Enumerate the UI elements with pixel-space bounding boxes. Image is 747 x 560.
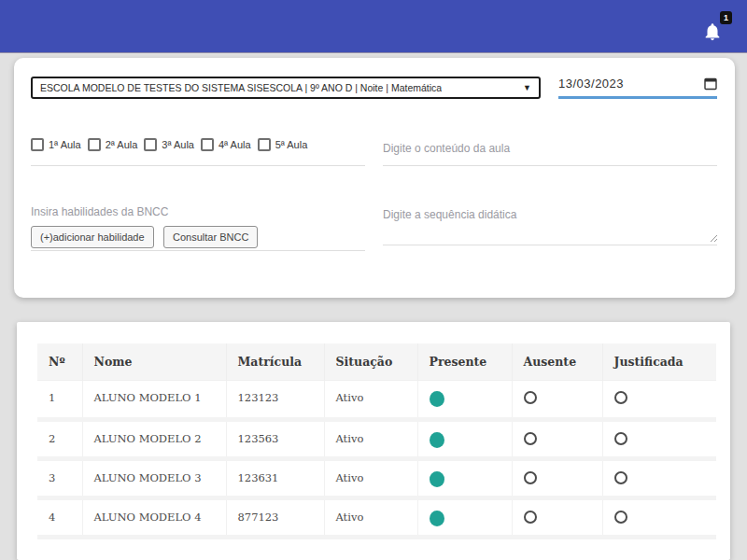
table-row: 2 ALUNO MODELO 2 123563 Ativo bbox=[37, 420, 716, 459]
justificada-radio[interactable] bbox=[614, 391, 627, 404]
notifications-button[interactable]: 1 bbox=[702, 15, 730, 45]
checkbox-aula-2[interactable]: 2ª Aula bbox=[88, 138, 138, 151]
sequence-placeholder: Digite a sequência didática bbox=[383, 208, 516, 221]
cell-situacao: Ativo bbox=[324, 498, 417, 538]
cell-num: 4 bbox=[37, 498, 82, 538]
cell-situacao: Ativo bbox=[324, 459, 417, 498]
table-row: 4 ALUNO MODELO 4 877123 Ativo bbox=[37, 498, 716, 538]
ausente-radio[interactable] bbox=[524, 511, 537, 524]
calendar-icon[interactable] bbox=[704, 77, 717, 91]
cell-matricula: 123631 bbox=[226, 459, 324, 498]
cell-matricula: 123123 bbox=[226, 381, 324, 420]
ausente-radio[interactable] bbox=[524, 391, 537, 404]
content-underline bbox=[383, 165, 717, 166]
bncc-buttons: (+)adicionar habilidade Consultar BNCC bbox=[31, 226, 258, 248]
date-input-value: 13/03/2023 bbox=[558, 77, 624, 91]
checkbox-icon[interactable] bbox=[201, 138, 214, 151]
attendance-table: Nº Nome Matrícula Situação Presente Ause… bbox=[37, 343, 716, 539]
checkbox-label: 4ª Aula bbox=[218, 139, 251, 150]
lesson-content-placeholder: Digite o conteúdo da aula bbox=[383, 142, 510, 155]
checkbox-label: 5ª Aula bbox=[275, 139, 308, 150]
checkbox-label: 1ª Aula bbox=[49, 139, 81, 150]
top-app-bar: 1 bbox=[0, 0, 747, 53]
checkbox-aula-1[interactable]: 1ª Aula bbox=[31, 138, 81, 151]
cell-situacao: Ativo bbox=[324, 381, 417, 420]
checkrow-underline bbox=[31, 165, 365, 166]
col-header-ausente: Ausente bbox=[512, 343, 602, 381]
cell-nome: ALUNO MODELO 2 bbox=[82, 420, 226, 459]
presente-radio[interactable] bbox=[430, 471, 444, 487]
table-header-row: Nº Nome Matrícula Situação Presente Ause… bbox=[37, 343, 716, 381]
cell-num: 1 bbox=[37, 381, 82, 420]
bncc-label: Insira habilidades da BNCC bbox=[31, 205, 168, 218]
cell-nome: ALUNO MODELO 1 bbox=[82, 381, 226, 420]
cell-num: 3 bbox=[37, 459, 82, 498]
col-header-num: Nº bbox=[37, 343, 82, 381]
table-row: 1 ALUNO MODELO 1 123123 Ativo bbox=[37, 381, 716, 420]
add-habilidade-button[interactable]: (+)adicionar habilidade bbox=[31, 226, 154, 248]
checkbox-label: 3ª Aula bbox=[162, 139, 194, 150]
justificada-radio[interactable] bbox=[614, 511, 627, 524]
ausente-radio[interactable] bbox=[524, 471, 537, 484]
notification-badge: 1 bbox=[720, 11, 732, 24]
cell-matricula: 877123 bbox=[226, 498, 324, 538]
class-select-value: ESCOLA MODELO DE TESTES DO SISTEMA SISES… bbox=[40, 82, 442, 93]
presente-radio[interactable] bbox=[430, 432, 444, 448]
checkbox-icon[interactable] bbox=[31, 138, 44, 151]
textarea-resize-grip-icon[interactable] bbox=[710, 234, 718, 243]
lesson-form-card: ESCOLA MODELO DE TESTES DO SISTEMA SISES… bbox=[14, 58, 735, 298]
consultar-bncc-button[interactable]: Consultar BNCC bbox=[163, 226, 258, 248]
justificada-radio[interactable] bbox=[614, 471, 627, 484]
lesson-period-checkboxes: 1ª Aula 2ª Aula 3ª Aula 4ª Aula 5ª Aula bbox=[31, 138, 307, 151]
ausente-radio[interactable] bbox=[524, 432, 537, 445]
col-header-situacao: Situação bbox=[324, 343, 417, 381]
checkbox-label: 2ª Aula bbox=[106, 139, 138, 150]
cell-nome: ALUNO MODELO 4 bbox=[82, 498, 226, 538]
chevron-down-icon: ▼ bbox=[523, 83, 531, 92]
col-header-matricula: Matrícula bbox=[226, 343, 324, 381]
attendance-card: Nº Nome Matrícula Situação Presente Ause… bbox=[17, 322, 730, 560]
cell-nome: ALUNO MODELO 3 bbox=[82, 459, 226, 498]
presente-radio[interactable] bbox=[430, 391, 444, 407]
cell-situacao: Ativo bbox=[324, 420, 417, 459]
presente-radio[interactable] bbox=[430, 511, 444, 526]
sequence-textarea[interactable]: Digite a sequência didática bbox=[383, 208, 516, 221]
class-select[interactable]: ESCOLA MODELO DE TESTES DO SISTEMA SISES… bbox=[31, 77, 541, 99]
col-header-presente: Presente bbox=[417, 343, 512, 381]
checkbox-icon[interactable] bbox=[144, 138, 157, 151]
bncc-underline bbox=[31, 250, 365, 251]
table-row: 3 ALUNO MODELO 3 123631 Ativo bbox=[37, 459, 716, 498]
checkbox-aula-3[interactable]: 3ª Aula bbox=[144, 138, 194, 151]
bell-icon bbox=[702, 21, 723, 43]
justificada-radio[interactable] bbox=[614, 432, 627, 445]
checkbox-icon[interactable] bbox=[258, 138, 271, 151]
cell-matricula: 123563 bbox=[226, 420, 324, 459]
checkbox-aula-5[interactable]: 5ª Aula bbox=[258, 138, 308, 151]
sequence-underline bbox=[383, 245, 717, 245]
cell-num: 2 bbox=[37, 420, 82, 459]
checkbox-icon[interactable] bbox=[88, 138, 101, 151]
page: 1 ESCOLA MODELO DE TESTES DO SISTEMA SIS… bbox=[0, 0, 747, 560]
checkbox-aula-4[interactable]: 4ª Aula bbox=[201, 138, 251, 151]
col-header-nome: Nome bbox=[82, 343, 226, 381]
col-header-justificada: Justificada bbox=[602, 343, 716, 381]
lesson-content-input[interactable]: Digite o conteúdo da aula bbox=[383, 142, 510, 155]
date-input[interactable]: 13/03/2023 bbox=[558, 71, 717, 99]
